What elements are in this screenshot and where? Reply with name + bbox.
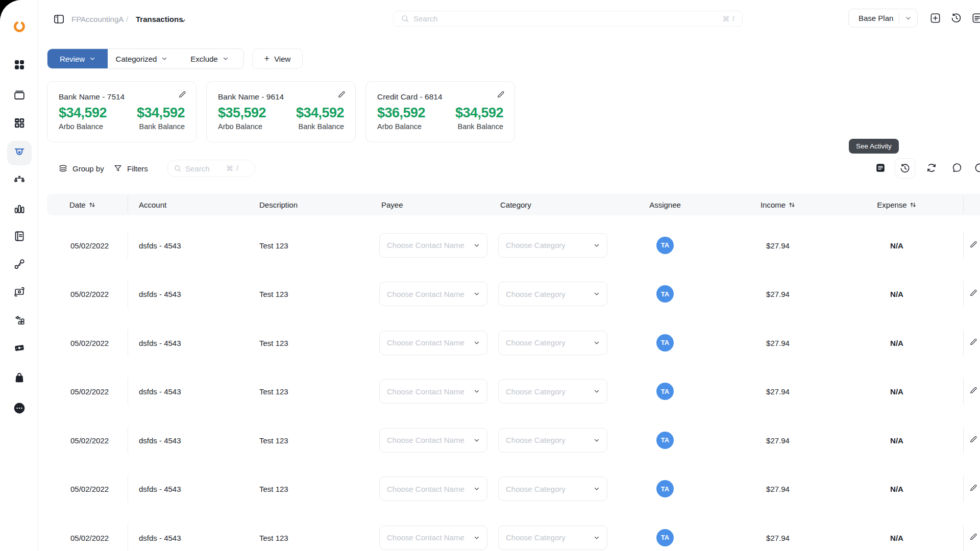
- cell-income: $27.94: [766, 436, 790, 444]
- tab-categorized[interactable]: Categorized: [108, 49, 176, 68]
- scales-icon: [13, 175, 26, 187]
- chevron-down-icon: [223, 56, 229, 62]
- edit-account-button[interactable]: [337, 90, 346, 101]
- add-view-button[interactable]: + View: [252, 48, 303, 69]
- clipped-toolbar-button[interactable]: [974, 162, 980, 176]
- comments-button[interactable]: [951, 162, 963, 176]
- payee-dropdown[interactable]: Choose Contact Name: [379, 282, 487, 306]
- assignee-avatar[interactable]: TA: [656, 529, 674, 546]
- activity-history-button[interactable]: [895, 158, 915, 179]
- assignee-avatar[interactable]: TA: [656, 285, 674, 303]
- payee-dropdown[interactable]: Choose Contact Name: [379, 428, 487, 453]
- pencil-icon: [496, 90, 505, 99]
- assignee-avatar[interactable]: TA: [656, 383, 674, 400]
- sidebar-item-more[interactable]: [0, 396, 38, 420]
- category-dropdown[interactable]: Choose Category: [498, 525, 607, 550]
- global-search[interactable]: ⌘ /: [393, 11, 743, 27]
- cell-account: dsfds - 4543: [139, 533, 181, 542]
- tab-exclude[interactable]: Exclude: [176, 49, 243, 68]
- sidebar-item-dashboard[interactable]: [0, 53, 38, 77]
- category-dropdown[interactable]: Choose Category: [498, 282, 607, 306]
- arbo-balance-label: Arbo Balance: [377, 122, 422, 131]
- payee-dropdown[interactable]: Choose Contact Name: [379, 477, 487, 501]
- breadcrumb-current[interactable]: Transactions: [136, 15, 183, 23]
- payee-dropdown[interactable]: Choose Contact Name: [379, 331, 487, 355]
- assignee-avatar[interactable]: TA: [656, 237, 674, 254]
- cell-account: dsfds - 4543: [139, 485, 181, 493]
- table-search[interactable]: ⌘ /: [167, 160, 255, 177]
- sidebar-item-transactions[interactable]: [0, 141, 38, 165]
- breadcrumb-menu[interactable]: [180, 17, 186, 26]
- column-label: Payee: [381, 201, 403, 209]
- bank-card: Bank Name - 9614 $35,592 $34,592 Arbo Ba…: [206, 81, 356, 142]
- panel-toggle-icon: [53, 13, 65, 25]
- sidebar-item-purchases[interactable]: [0, 365, 38, 390]
- category-dropdown[interactable]: Choose Category: [498, 428, 607, 453]
- summary-button[interactable]: [875, 162, 886, 176]
- payee-dropdown[interactable]: Choose Contact Name: [379, 233, 487, 258]
- row-divider: [963, 427, 964, 454]
- sidebar-item-calculator[interactable]: [0, 111, 38, 135]
- category-placeholder: Choose Category: [506, 338, 566, 347]
- app-logo[interactable]: [12, 19, 27, 36]
- bank-card: Bank Name - 7514 $34,592 $34,592 Arbo Ba…: [47, 81, 197, 142]
- column-header-category[interactable]: Category: [500, 194, 531, 215]
- column-header-payee[interactable]: Payee: [381, 194, 403, 215]
- column-header-date[interactable]: Date: [69, 194, 95, 215]
- assignee-avatar[interactable]: TA: [656, 432, 674, 449]
- edit-row-button[interactable]: [969, 532, 978, 543]
- sidebar-item-reports[interactable]: [0, 196, 38, 221]
- table-search-input[interactable]: [185, 164, 226, 173]
- category-dropdown[interactable]: Choose Category: [498, 331, 607, 355]
- cell-expense: N/A: [890, 338, 903, 347]
- payee-dropdown[interactable]: Choose Contact Name: [379, 525, 487, 550]
- category-dropdown[interactable]: Choose Category: [498, 477, 607, 501]
- column-header-expense[interactable]: Expense: [877, 194, 916, 215]
- bank-balance-label: Bank Balance: [299, 122, 344, 131]
- transaction-row: 05/02/2022 dsfds - 4543 Test 123 Choose …: [47, 221, 980, 270]
- column-header-description[interactable]: Description: [259, 194, 298, 215]
- sidebar-item-reconciliation[interactable]: [0, 169, 38, 193]
- sidebar-item-ledger[interactable]: [0, 224, 38, 248]
- edit-row-button[interactable]: [969, 386, 978, 397]
- assignee-avatar[interactable]: TA: [656, 334, 674, 352]
- category-dropdown[interactable]: Choose Category: [498, 379, 607, 404]
- assignee-avatar[interactable]: TA: [656, 480, 674, 497]
- column-header-assignee[interactable]: Assignee: [649, 194, 681, 215]
- add-new-button[interactable]: [929, 12, 941, 26]
- row-divider: [963, 281, 964, 307]
- sidebar-item-projects[interactable]: [0, 83, 38, 107]
- column-header-income[interactable]: Income: [761, 194, 795, 215]
- tab-review[interactable]: Review: [47, 49, 108, 68]
- cell-date: 05/02/2022: [70, 241, 109, 249]
- history-button-top[interactable]: [950, 12, 962, 26]
- edit-account-button[interactable]: [178, 90, 187, 101]
- group-by-button[interactable]: Group by: [58, 160, 104, 177]
- cell-income: $27.94: [766, 338, 790, 347]
- notes-button-top[interactable]: [971, 12, 980, 26]
- payee-placeholder: Choose Contact Name: [387, 485, 464, 493]
- edit-account-button[interactable]: [496, 90, 505, 101]
- sidebar-item-planning[interactable]: [0, 308, 38, 332]
- sidebar-item-integrations[interactable]: [0, 252, 38, 277]
- edit-row-button[interactable]: [969, 483, 978, 494]
- filters-button[interactable]: Filters: [113, 160, 148, 177]
- bar-chart-icon: [13, 203, 26, 215]
- column-header-account[interactable]: Account: [139, 194, 166, 215]
- sync-button[interactable]: [926, 162, 937, 176]
- sidebar-item-transfers[interactable]: [0, 280, 38, 304]
- sidebar-toggle-button[interactable]: [53, 13, 65, 27]
- payee-dropdown[interactable]: Choose Contact Name: [379, 379, 487, 404]
- global-search-input[interactable]: [413, 14, 722, 23]
- edit-row-button[interactable]: [969, 240, 978, 251]
- edit-row-button[interactable]: [969, 337, 978, 348]
- category-dropdown[interactable]: Choose Category: [498, 233, 607, 258]
- plan-selector-button[interactable]: Base Plan: [848, 9, 918, 28]
- breadcrumb-workspace[interactable]: FPAccountingA: [71, 15, 124, 23]
- sidebar-item-cash[interactable]: [0, 336, 38, 360]
- bank-card-title: Bank Name - 9614: [218, 92, 284, 102]
- plan-chevron[interactable]: [899, 15, 917, 21]
- edit-row-button[interactable]: [969, 435, 978, 446]
- edit-row-button[interactable]: [969, 288, 978, 299]
- row-divider: [128, 232, 128, 259]
